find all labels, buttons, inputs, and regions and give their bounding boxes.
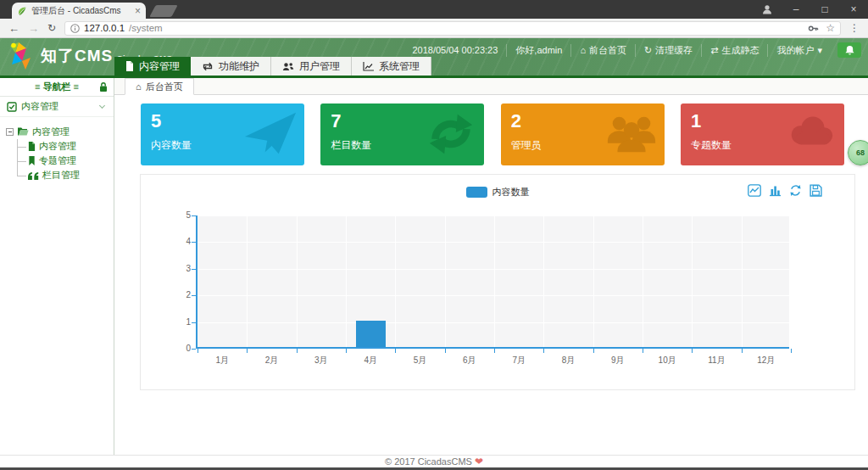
x-axis-label: 4月 xyxy=(346,355,395,366)
bookmark-icon xyxy=(28,156,36,165)
chart-line-icon xyxy=(363,62,374,71)
browser-menu-icon[interactable]: ⋮ xyxy=(849,22,860,34)
browser-titlebar: 管理后台 - CicadasCms × – □ × xyxy=(0,0,868,19)
forward-button[interactable]: → xyxy=(28,23,39,34)
nav-tab-content-management[interactable]: 内容管理 xyxy=(114,57,191,76)
tree-node-content[interactable]: 内容管理 xyxy=(17,139,110,154)
tab-close-icon[interactable]: × xyxy=(135,7,141,15)
x-axis-label: 7月 xyxy=(494,355,543,366)
x-axis-tick xyxy=(346,349,347,353)
users-icon xyxy=(282,62,294,71)
nav-tab-user-management[interactable]: 用户管理 xyxy=(271,57,352,76)
page-tabbar: ⌂ 后台首页 xyxy=(114,78,868,95)
bell-icon xyxy=(845,45,854,55)
back-button[interactable]: ← xyxy=(8,23,19,34)
chart-plot: 0123451月2月3月4月5月6月7月8月9月10月11月12月 xyxy=(196,215,789,349)
refresh-icon: ↻ xyxy=(644,46,652,55)
new-tab-button[interactable] xyxy=(149,5,177,17)
address-bar[interactable]: 127.0.0.1 /system ☆ xyxy=(64,21,841,36)
x-axis-tick xyxy=(643,349,643,353)
chart-gridline xyxy=(395,215,396,347)
legend-swatch xyxy=(466,187,487,198)
x-axis-label: 2月 xyxy=(247,355,296,366)
restore-button[interactable] xyxy=(789,184,802,197)
tree-node-column[interactable]: 栏目管理 xyxy=(17,168,110,182)
check-square-icon xyxy=(7,102,17,112)
paper-plane-icon xyxy=(245,110,298,158)
page-tab-dashboard[interactable]: ⌂ 后台首页 xyxy=(125,78,194,95)
sidebar: ≡ 导航栏 ≡ 内容管理 内容管理 xyxy=(0,78,114,455)
document-icon xyxy=(28,142,36,151)
home-icon: ⌂ xyxy=(136,81,142,92)
nav-tab-function-maintenance[interactable]: 功能维护 xyxy=(191,57,271,76)
close-button[interactable]: × xyxy=(839,0,868,19)
minimize-button[interactable]: – xyxy=(782,0,810,19)
front-home-link[interactable]: ⌂ 前台首页 xyxy=(570,44,635,57)
tree-node-topic[interactable]: 专题管理 xyxy=(17,154,110,168)
y-axis-label: 4 xyxy=(167,237,191,246)
document-icon xyxy=(125,61,134,71)
tab-title: 管理后台 - CicadasCms xyxy=(31,5,131,17)
sidebar-tree: 内容管理 内容管理 专题管理 xyxy=(0,117,114,182)
y-axis-tick xyxy=(192,295,196,296)
notification-button[interactable] xyxy=(837,42,861,58)
x-axis-label: 11月 xyxy=(692,355,741,366)
line-chart-button[interactable] xyxy=(748,184,761,197)
lock-icon[interactable] xyxy=(98,81,108,92)
bar-chart-button[interactable] xyxy=(769,184,782,197)
chart-gridline xyxy=(494,215,495,347)
chart-gridline xyxy=(543,215,544,347)
reload-button[interactable]: ↻ xyxy=(47,22,56,34)
exchange-icon: ⇄ xyxy=(710,46,718,55)
chart-gridline xyxy=(198,269,789,270)
stat-card-column-count: 7 栏目数量 xyxy=(320,104,484,165)
legend-label: 内容数量 xyxy=(492,186,530,199)
clear-cache-link[interactable]: ↻ 清理缓存 xyxy=(635,44,701,57)
maximize-button[interactable]: □ xyxy=(810,0,839,19)
x-axis-tick xyxy=(198,349,198,353)
header-greeting: 你好,admin xyxy=(506,44,570,57)
copyright-text: © 2017 CicadasCMS xyxy=(385,456,472,467)
save-image-button[interactable] xyxy=(810,184,822,197)
chart-gridline xyxy=(742,215,743,347)
performance-monitor-badge[interactable]: 68 xyxy=(848,140,868,165)
x-axis-label: 6月 xyxy=(445,355,494,366)
bookmark-star-icon[interactable]: ☆ xyxy=(826,22,835,34)
page-footer: © 2017 CicadasCMS ❤ xyxy=(0,455,868,467)
browser-urlbar: ← → ↻ 127.0.0.1 /system ☆ ⋮ xyxy=(0,19,868,38)
tree-collapse-icon[interactable] xyxy=(6,128,14,136)
x-axis-tick xyxy=(445,349,446,353)
sidebar-header: ≡ 导航栏 ≡ xyxy=(0,78,114,97)
key-icon[interactable] xyxy=(807,23,819,34)
chart-toolbox xyxy=(748,184,822,197)
logo-icon xyxy=(7,40,36,72)
y-axis-label: 2 xyxy=(167,290,191,299)
browser-profile-icon[interactable] xyxy=(753,0,782,19)
browser-tab[interactable]: 管理后台 - CicadasCms × xyxy=(12,3,146,19)
sidebar-item-content-management[interactable]: 内容管理 xyxy=(0,97,114,117)
y-axis-tick xyxy=(192,269,196,270)
x-axis-label: 12月 xyxy=(742,355,791,366)
x-axis-tick xyxy=(395,349,396,353)
x-axis-tick xyxy=(593,349,594,353)
quote-icon xyxy=(28,171,39,180)
y-axis-label: 5 xyxy=(167,210,191,220)
generate-static-link[interactable]: ⇄ 生成静态 xyxy=(701,44,767,57)
stat-cards: 5 内容数量 7 栏目数量 2 管理员 1 xyxy=(114,95,868,165)
my-account-dropdown[interactable]: 我的帐户 ▾ xyxy=(767,44,831,57)
recycle-icon xyxy=(425,110,477,158)
url-host: 127.0.0.1 xyxy=(84,23,125,33)
y-axis-tick xyxy=(192,215,196,216)
chart-gridline xyxy=(346,215,347,347)
x-axis-label: 1月 xyxy=(198,355,247,366)
cloud-icon xyxy=(785,110,837,158)
x-axis-tick xyxy=(297,349,298,353)
chart-gridline xyxy=(643,215,643,347)
y-axis-label: 0 xyxy=(167,344,191,353)
x-axis-tick xyxy=(692,349,693,353)
tree-node-root[interactable]: 内容管理 xyxy=(6,124,110,139)
chart-gridline xyxy=(247,215,248,347)
nav-tab-system-management[interactable]: 系统管理 xyxy=(352,57,431,76)
x-axis-tick xyxy=(742,349,743,353)
page-info-icon[interactable] xyxy=(70,24,80,33)
